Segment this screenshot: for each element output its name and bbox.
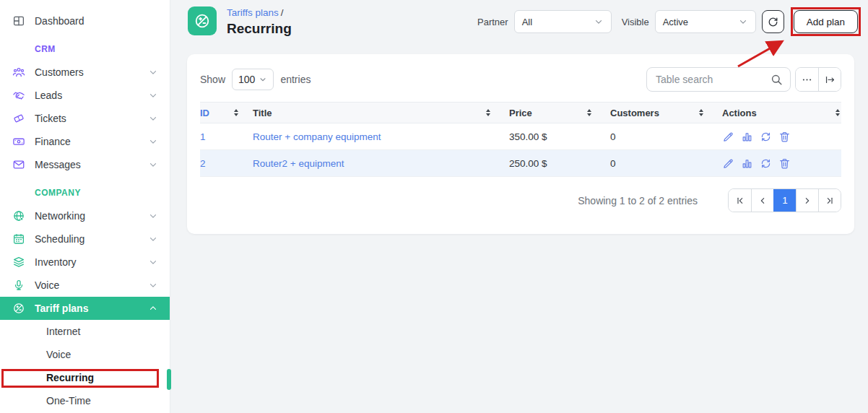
sidebar-item-label: Messages: [35, 159, 81, 170]
sidebar-item-tickets[interactable]: Tickets: [0, 107, 170, 130]
cell-id: 2: [200, 150, 253, 177]
column-header-id[interactable]: ID: [200, 103, 253, 123]
visible-select[interactable]: Active: [655, 10, 756, 33]
cell-title: Router + company equipment: [253, 123, 509, 150]
chevron-down-icon: [738, 17, 748, 27]
chevron-down-icon: [148, 136, 158, 147]
edit-icon[interactable]: [722, 157, 734, 170]
sort-icon[interactable]: [234, 109, 238, 116]
sort-icon[interactable]: [587, 109, 591, 116]
page-title-block: Tariffs plans/ Recurring: [227, 6, 292, 37]
column-label: Actions: [722, 108, 757, 118]
table-controls: Show 100 entries: [200, 67, 841, 92]
networking-icon: [12, 209, 25, 222]
expand-table-button[interactable]: [818, 68, 841, 91]
column-label: ID: [200, 108, 209, 118]
statistics-icon[interactable]: [741, 131, 753, 143]
column-header-price[interactable]: Price: [509, 103, 610, 123]
scheduling-icon: [12, 232, 25, 245]
sort-icon[interactable]: [699, 109, 703, 116]
submenu-item-voice[interactable]: Voice: [0, 343, 170, 366]
refresh-button[interactable]: [762, 10, 784, 33]
sort-icon[interactable]: [836, 109, 840, 116]
customers-icon: [12, 66, 25, 79]
column-header-actions[interactable]: Actions: [722, 103, 841, 123]
sidebar-item-label: Voice: [35, 279, 59, 291]
sidebar-item-inventory[interactable]: Inventory: [0, 251, 170, 274]
delete-icon[interactable]: [778, 131, 791, 143]
statistics-icon[interactable]: [741, 157, 753, 170]
chevron-down-icon: [148, 90, 158, 100]
add-plan-button[interactable]: Add plan: [794, 10, 858, 33]
table-row: 1 Router + company equipment 350.00 $ 0: [200, 123, 841, 150]
cycle-icon[interactable]: [760, 157, 772, 170]
page-1-button[interactable]: 1: [773, 189, 796, 212]
sidebar-item-messages[interactable]: Messages: [0, 153, 170, 176]
sidebar-item-customers[interactable]: Customers: [0, 61, 170, 84]
chevron-down-icon: [148, 211, 158, 221]
plan-title-link[interactable]: Router2 + equipment: [253, 158, 344, 169]
column-label: Title: [253, 108, 272, 118]
sidebar-item-dashboard[interactable]: Dashboard: [0, 9, 170, 32]
refresh-icon: [767, 16, 779, 28]
sidebar-item-finance[interactable]: Finance: [0, 130, 170, 153]
sidebar-item-tariff-plans[interactable]: Tariff plans: [0, 297, 170, 320]
cell-id: 1: [200, 123, 253, 150]
submenu-item-internet[interactable]: Internet: [0, 320, 170, 343]
app-root: Dashboard CRM Customers Leads Tickets: [0, 0, 868, 413]
cell-customers: 0: [610, 123, 722, 150]
first-page-button[interactable]: [729, 189, 751, 212]
page-title: Recurring: [227, 21, 292, 37]
tariff-plans-submenu: Internet Voice Recurring One-Time: [0, 320, 170, 412]
chevron-down-icon: [259, 75, 267, 84]
pagination-summary: Showing 1 to 2 of 2 entries: [578, 195, 698, 206]
edit-icon[interactable]: [722, 131, 734, 143]
table-search: [646, 67, 791, 92]
chevron-down-icon: [148, 280, 158, 290]
last-page-button[interactable]: [818, 189, 841, 212]
page-size-control: Show 100 entries: [200, 69, 311, 90]
column-header-title[interactable]: Title: [253, 103, 509, 123]
column-options-button[interactable]: [796, 68, 818, 91]
column-header-customers[interactable]: Customers: [610, 103, 722, 123]
column-label: Price: [509, 108, 532, 118]
page-size-value: 100: [238, 74, 255, 85]
breadcrumb-link-tariffs-plans[interactable]: Tariffs plans: [227, 7, 279, 18]
sidebar-section-company: COMPANY: [0, 181, 170, 204]
main-content: Tariffs plans/ Recurring Partner All Vis…: [170, 0, 868, 413]
submenu-item-one-time[interactable]: One-Time: [0, 389, 170, 412]
partner-filter-label: Partner: [477, 17, 508, 27]
sidebar-item-scheduling[interactable]: Scheduling: [0, 227, 170, 251]
sidebar-item-networking[interactable]: Networking: [0, 204, 170, 227]
next-page-button[interactable]: [796, 189, 818, 212]
chevron-down-icon: [594, 17, 604, 27]
page-size-select[interactable]: 100: [232, 69, 274, 90]
submenu-item-recurring[interactable]: Recurring: [0, 366, 170, 389]
breadcrumb-separator: /: [281, 7, 284, 18]
chevron-down-icon: [148, 113, 158, 123]
ellipsis-icon: [801, 74, 813, 86]
search-input[interactable]: [654, 73, 770, 86]
cell-actions: [722, 123, 841, 150]
plan-title-link[interactable]: Router + company equipment: [253, 131, 381, 142]
visible-filter-label: Visible: [622, 17, 649, 27]
pagination-row: Showing 1 to 2 of 2 entries 1: [200, 188, 841, 212]
breadcrumb: Tariffs plans/: [227, 7, 292, 18]
partner-select-value: All: [522, 17, 532, 27]
column-label: Customers: [610, 108, 659, 118]
search-icon: [770, 73, 784, 87]
cell-customers: 0: [610, 150, 722, 177]
sort-icon[interactable]: [486, 109, 490, 116]
cycle-icon[interactable]: [760, 131, 772, 143]
active-item-indicator: [167, 369, 171, 390]
prev-page-button[interactable]: [751, 189, 773, 212]
delete-icon[interactable]: [778, 157, 791, 170]
cell-price: 250.00 $: [509, 150, 610, 177]
partner-select[interactable]: All: [514, 10, 612, 33]
sidebar-item-voice[interactable]: Voice: [0, 274, 170, 297]
sidebar-item-leads[interactable]: Leads: [0, 84, 170, 107]
finance-icon: [12, 135, 25, 148]
table-row: 2 Router2 + equipment 250.00 $ 0: [200, 150, 841, 177]
entries-label: entries: [280, 74, 311, 85]
submenu-item-label: Internet: [46, 326, 80, 337]
